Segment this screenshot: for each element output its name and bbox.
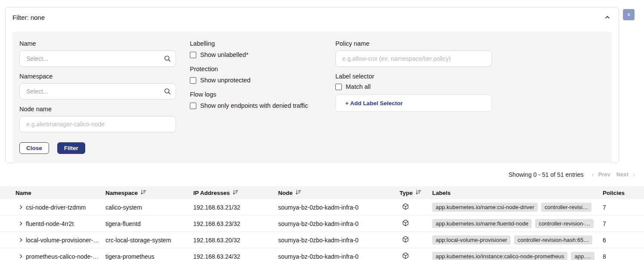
chevron-up-icon — [604, 16, 611, 22]
chevron-right-icon — [18, 221, 24, 228]
label-chip: app.kubernetes.io/name:fluentd-node — [432, 219, 532, 228]
endpoint-namespace: crc-local-storage-system — [105, 237, 193, 244]
filter-form-column-middle: Labelling Show unlabelled* Protection Sh… — [190, 40, 320, 116]
filter-form-column-left: Name Namespace Node name — [19, 40, 176, 154]
expand-row-button[interactable] — [15, 204, 26, 211]
pod-icon — [399, 203, 432, 211]
flow-logs-section-label: Flow logs — [190, 91, 320, 98]
endpoint-node: soumya-bz-0zbo-kadm-infra-0 — [278, 204, 399, 211]
chevron-right-icon — [18, 238, 24, 244]
column-header-type[interactable]: Type — [399, 189, 432, 196]
namespace-select-input[interactable] — [19, 83, 176, 100]
sort-icon — [232, 189, 238, 196]
prev-page-button[interactable]: Prev — [595, 171, 613, 178]
label-chip: controller-revision-… — [535, 219, 594, 228]
endpoint-namespace: tigera-fluentd — [105, 220, 193, 227]
endpoint-ip: 192.168.63.20/32 — [193, 237, 278, 244]
sort-icon — [295, 189, 301, 196]
label-selector-section-label: Label selector — [335, 73, 492, 80]
endpoint-ip: 192.168.63.23/32 — [193, 220, 278, 227]
node-name-input[interactable] — [19, 116, 176, 132]
page: Filter: none Name Namespace — [0, 0, 644, 260]
match-all-checkbox[interactable] — [335, 84, 342, 90]
column-header-policies: Policies — [601, 190, 644, 196]
expand-row-button[interactable] — [15, 236, 26, 244]
node-name-field-label: Node name — [19, 106, 176, 113]
chevron-right-icon — [18, 205, 24, 211]
entries-count-text: Showing 0 - 51 of 51 entries — [508, 171, 583, 178]
label-chip: app.… — [571, 252, 594, 260]
pod-icon — [399, 252, 432, 260]
endpoint-node: soumya-bz-0zbo-kadm-infra-0 — [278, 237, 399, 244]
search-icon — [164, 88, 171, 97]
label-chip: app:local-volume-provisioner — [432, 235, 511, 244]
policy-name-field-label: Policy name — [335, 40, 492, 47]
show-unlabelled-label: Show unlabelled* — [200, 51, 248, 58]
pod-icon — [399, 236, 432, 244]
namespace-field-label: Namespace — [19, 73, 176, 80]
endpoints-table: Name Namespace IP Addresses Node Type La… — [0, 186, 644, 260]
protection-section-label: Protection — [190, 66, 320, 72]
endpoint-policies-count: 7 — [601, 220, 644, 227]
policy-name-input[interactable] — [335, 50, 492, 67]
labelling-section-label: Labelling — [190, 40, 320, 47]
endpoint-policies-count: 8 — [601, 253, 644, 260]
expand-row-button[interactable] — [15, 253, 26, 260]
label-chip: app.kubernetes.io/name:csi-node-driver — [432, 203, 538, 212]
filter-panel: Filter: none Name Namespace — [5, 7, 619, 163]
column-header-name: Name — [15, 190, 105, 196]
column-header-ip-addresses[interactable]: IP Addresses — [193, 189, 278, 196]
label-chip: controller-revision-hash:65… — [514, 235, 592, 244]
endpoint-node: soumya-bz-0zbo-kadm-infra-0 — [278, 220, 399, 227]
endpoint-ip: 192.168.63.24/32 — [193, 253, 278, 260]
next-chevron-icon[interactable]: › — [632, 171, 636, 178]
filter-form-column-right: Policy name Label selector Match all + A… — [335, 40, 492, 112]
table-row[interactable]: csi-node-driver-tzdmm calico-system 192.… — [0, 199, 644, 216]
endpoint-labels: app.kubernetes.io/name:csi-node-driver c… — [432, 203, 601, 212]
endpoint-labels: app.kubernetes.io/instance:calico-node-p… — [432, 252, 601, 260]
sort-icon — [415, 189, 421, 196]
show-unprotected-label: Show unprotected — [200, 77, 251, 84]
denied-traffic-checkbox[interactable] — [190, 103, 196, 109]
endpoint-labels: app:local-volume-provisioner controller-… — [432, 235, 601, 244]
add-label-selector-button[interactable]: + Add Label Selector — [335, 94, 492, 112]
dismiss-filter-button[interactable]: × — [623, 9, 635, 20]
filter-panel-header: Filter: none — [6, 7, 619, 25]
endpoint-namespace: calico-system — [105, 204, 193, 211]
endpoint-labels: app.kubernetes.io/name:fluentd-node cont… — [432, 219, 601, 228]
next-page-button[interactable]: Next — [613, 171, 632, 178]
chevron-right-icon — [18, 254, 24, 260]
endpoint-policies-count: 6 — [601, 237, 644, 244]
endpoint-name: local-volume-provisioner-… — [26, 237, 105, 244]
name-field-label: Name — [19, 40, 176, 47]
endpoint-policies-count: 7 — [601, 204, 644, 211]
collapse-panel-button[interactable] — [604, 10, 611, 22]
sort-icon — [140, 189, 146, 196]
show-unlabelled-checkbox[interactable] — [190, 52, 196, 58]
endpoint-ip: 192.168.63.21/32 — [193, 204, 278, 211]
show-unprotected-checkbox[interactable] — [190, 77, 196, 84]
table-header-row: Name Namespace IP Addresses Node Type La… — [0, 186, 644, 199]
table-row[interactable]: local-volume-provisioner-… crc-local-sto… — [0, 232, 644, 248]
prev-chevron-icon[interactable]: ‹ — [591, 171, 595, 178]
table-row[interactable]: fluentd-node-4rr2t tigera-fluentd 192.16… — [0, 216, 644, 232]
column-header-labels: Labels — [432, 190, 601, 196]
column-header-namespace[interactable]: Namespace — [105, 189, 193, 196]
column-header-node[interactable]: Node — [278, 189, 399, 196]
pagination-bar: Showing 0 - 51 of 51 entries ‹ Prev Next… — [508, 171, 636, 178]
endpoint-name: csi-node-driver-tzdmm — [26, 204, 105, 211]
close-icon: × — [627, 11, 630, 18]
close-button[interactable]: Close — [19, 142, 49, 154]
pod-icon — [399, 219, 432, 228]
expand-row-button[interactable] — [15, 220, 26, 228]
table-row[interactable]: prometheus-calico-node-… tigera-promethe… — [0, 248, 644, 260]
filter-button[interactable]: Filter — [57, 142, 85, 154]
endpoint-name: fluentd-node-4rr2t — [26, 220, 105, 227]
label-chip: controller-revisi… — [541, 203, 591, 212]
denied-traffic-label: Show only endpoints with denied traffic — [200, 102, 308, 109]
endpoint-namespace: tigera-prometheus — [105, 253, 193, 260]
name-select-input[interactable] — [19, 50, 176, 67]
match-all-label: Match all — [346, 83, 371, 90]
filter-panel-title: Filter: none — [12, 11, 45, 21]
search-icon — [164, 55, 171, 64]
